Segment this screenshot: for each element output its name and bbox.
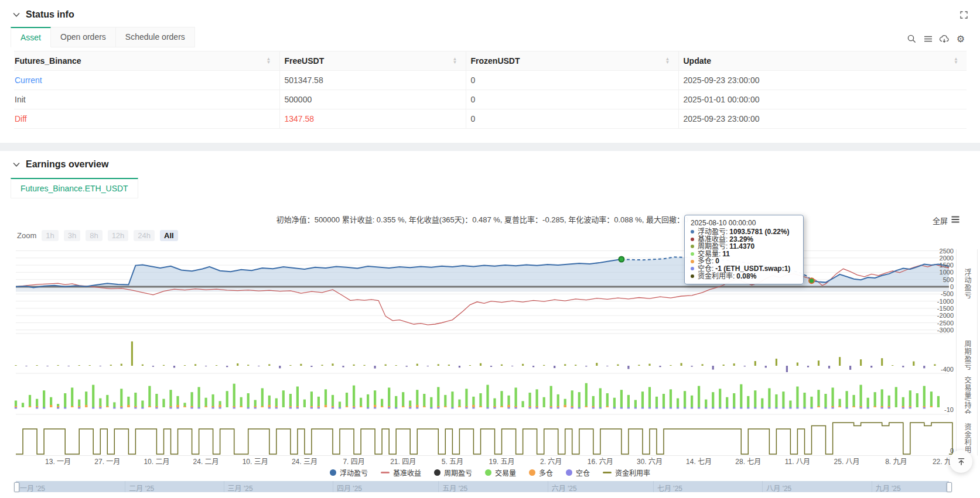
status-info-header: Status info — [0, 0, 980, 20]
series-dot-icon — [691, 260, 694, 263]
tooltip-row-资金利用率: 资金利用率:0.08% — [691, 273, 797, 280]
legend-dot-marker — [566, 469, 572, 476]
svg-text:2000: 2000 — [940, 255, 954, 262]
legend-label: 交易量 — [495, 468, 516, 478]
datazoom-slider[interactable]: 一月 '25二月 '25三月 '25四月 '25五月 '25六月 '25七月 '… — [16, 481, 949, 492]
legend-item-空仓[interactable]: 空仓 — [566, 468, 590, 478]
status-info-card: Status info AssetOpen ordersSchedule ord… — [0, 0, 980, 143]
svg-text:14. 七月: 14. 七月 — [686, 458, 712, 466]
svg-text:21. 四月: 21. 四月 — [390, 458, 416, 466]
svg-text:2. 六月: 2. 六月 — [540, 458, 562, 466]
tooltip-row-周期盈亏: 周期盈亏:11.4370 — [691, 243, 797, 250]
svg-text:13. 一月: 13. 一月 — [45, 458, 71, 466]
sort-caret-icon[interactable]: ▲▼ — [954, 57, 958, 64]
datazoom-month-divider — [438, 481, 439, 492]
sort-caret-icon[interactable]: ▲▼ — [453, 57, 457, 64]
svg-text:7. 四月: 7. 四月 — [343, 458, 364, 466]
svg-text:-2500: -2500 — [937, 320, 954, 327]
legend-item-基准收益[interactable]: 基准收益 — [381, 468, 421, 478]
chart-canvas[interactable]: 25002000150010005000-500-1000-1500-2000-… — [0, 200, 980, 496]
legend-item-交易量[interactable]: 交易量 — [485, 468, 516, 478]
fullscreen-expand-icon[interactable] — [959, 11, 968, 22]
earnings-chart: 初始净值：500000 累计收益: 0.355 %, 年化收益(365天)：0.… — [0, 200, 980, 496]
svg-text:-500: -500 — [941, 290, 954, 297]
datazoom-month-divider — [224, 481, 224, 492]
sort-caret-icon[interactable]: ▲▼ — [267, 57, 271, 64]
legend-item-资金利用率[interactable]: 资金利用率 — [603, 468, 650, 478]
row-name-link[interactable]: Diff — [14, 109, 279, 129]
row-name-link[interactable]: Init — [14, 90, 279, 109]
free-usdt-cell: 501347.58 — [279, 71, 466, 90]
menu-icon[interactable] — [923, 33, 933, 44]
earnings-tabs: Futures_Binance.ETH_USDT — [11, 178, 980, 198]
asset-table: Futures_Binance▲▼FreeUSDT▲▼FrozenUSDT▲▼U… — [14, 51, 967, 129]
svg-text:8. 九月: 8. 九月 — [885, 458, 907, 466]
sort-caret-icon[interactable]: ▲▼ — [665, 57, 670, 64]
svg-text:2500: 2500 — [940, 248, 954, 255]
tab-schedule-orders[interactable]: Schedule orders — [116, 27, 195, 47]
legend-dot-marker — [434, 469, 441, 476]
legend-label: 多仓 — [539, 468, 553, 478]
status-tabs: AssetOpen ordersSchedule orders — [11, 27, 980, 47]
collapse-chevron-icon[interactable] — [13, 12, 20, 18]
table-toolbar: ⚙ — [906, 33, 966, 44]
table-row: Diff1347.5802025-09-23 23:00:00 — [14, 109, 967, 129]
svg-text:-400: -400 — [941, 366, 954, 373]
tab-futures-binance-eth-usdt[interactable]: Futures_Binance.ETH_USDT — [11, 178, 138, 198]
series-dot-icon — [691, 274, 694, 278]
series-dot-icon — [691, 252, 694, 256]
frozen-usdt-cell: 0 — [466, 109, 678, 129]
column-header-frozenusdt[interactable]: FrozenUSDT▲▼ — [466, 51, 678, 71]
cloud-download-icon[interactable] — [939, 33, 950, 44]
svg-text:-1500: -1500 — [937, 305, 954, 312]
legend-dot-marker — [330, 469, 336, 476]
series-dot-icon — [691, 245, 694, 248]
legend-item-周期盈亏[interactable]: 周期盈亏 — [434, 468, 472, 478]
datazoom-month-divider — [653, 481, 654, 492]
legend-label: 空仓 — [576, 468, 590, 478]
datazoom-month-label: 二月 '25 — [129, 483, 154, 493]
earnings-header: Earnings overview — [0, 151, 980, 170]
datazoom-right-handle[interactable] — [947, 482, 952, 492]
svg-text:30. 六月: 30. 六月 — [637, 458, 663, 466]
collapse-chevron-icon[interactable] — [13, 162, 20, 167]
datazoom-month-label: 八月 '25 — [766, 483, 791, 493]
free-usdt-cell: 500000 — [279, 90, 466, 109]
legend-label: 浮动盈亏 — [340, 468, 368, 478]
gear-icon[interactable]: ⚙ — [955, 33, 966, 44]
datazoom-left-handle[interactable] — [14, 482, 19, 492]
legend-label: 周期盈亏 — [444, 468, 472, 478]
svg-text:-1000: -1000 — [937, 298, 954, 305]
legend-dot-marker — [485, 469, 491, 476]
back-to-top-button[interactable] — [950, 450, 972, 473]
frozen-usdt-cell: 0 — [466, 90, 678, 109]
svg-text:1000: 1000 — [940, 269, 954, 276]
svg-text:11. 八月: 11. 八月 — [785, 458, 810, 466]
legend-item-多仓[interactable]: 多仓 — [529, 468, 553, 478]
legend-line-marker — [381, 472, 390, 473]
column-header-update[interactable]: Update▲▼ — [678, 51, 967, 71]
table-row: Init50000002025-01-01 00:00:00 — [14, 90, 967, 109]
column-header-futures_binance[interactable]: Futures_Binance▲▼ — [14, 51, 279, 71]
legend-label: 资金利用率 — [615, 468, 650, 478]
tab-open-orders[interactable]: Open orders — [51, 27, 116, 47]
column-header-freeusdt[interactable]: FreeUSDT▲▼ — [279, 51, 466, 71]
svg-text:500: 500 — [943, 276, 954, 283]
datazoom-month-label: 一月 '25 — [20, 483, 45, 493]
axis-name-floating-pnl: 浮动盈亏 — [961, 269, 972, 307]
svg-text:-10: -10 — [944, 406, 954, 413]
tab-asset[interactable]: Asset — [11, 27, 51, 47]
table-row: Current501347.5802025-09-23 23:00:00 — [14, 71, 967, 90]
axis-name-cycle-pnl: 周期盈亏 — [961, 340, 972, 373]
legend-item-浮动盈亏[interactable]: 浮动盈亏 — [330, 468, 368, 478]
datazoom-month-label: 六月 '25 — [552, 483, 577, 493]
svg-text:1500: 1500 — [940, 262, 954, 269]
search-icon[interactable] — [906, 33, 917, 44]
series-dot-icon — [691, 267, 694, 270]
row-name-link[interactable]: Current — [14, 71, 279, 90]
datazoom-month-divider — [333, 481, 333, 492]
earnings-title: Earnings overview — [26, 159, 108, 170]
svg-text:10. 三月: 10. 三月 — [243, 458, 268, 466]
chart-tooltip: 2025-08-10 00:00:00 浮动盈亏:1093.5781 (0.22… — [684, 215, 804, 284]
datazoom-month-label: 九月 '25 — [876, 483, 901, 493]
